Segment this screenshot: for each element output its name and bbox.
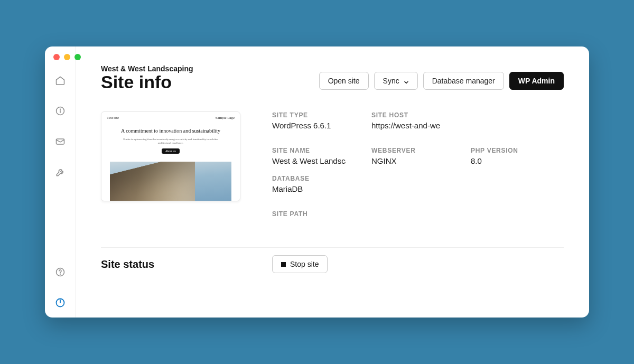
- sidebar: [45, 46, 76, 318]
- stop-icon: [281, 262, 286, 267]
- info-icon[interactable]: [55, 106, 66, 116]
- webserver-label: WEBSERVER: [371, 147, 445, 154]
- app-window: West & West Landscaping Site info Open s…: [45, 46, 589, 318]
- preview-hero-title: A commitment to innovation and sustainab…: [117, 127, 224, 135]
- site-details: SITE TYPE WordPress 6.6.1 SITE HOST http…: [272, 111, 564, 220]
- site-path-label: SITE PATH: [272, 210, 346, 218]
- site-status-heading: Site status: [101, 258, 272, 270]
- database-label: DATABASE: [272, 175, 346, 182]
- svg-point-5: [60, 274, 60, 274]
- php-version-label: PHP VERSION: [471, 147, 545, 154]
- wrench-icon[interactable]: [55, 167, 66, 178]
- database-manager-button[interactable]: Database manager: [423, 72, 504, 90]
- window-zoom-button[interactable]: [74, 54, 81, 60]
- wp-admin-button[interactable]: WP Admin: [509, 72, 564, 90]
- preview-image: [110, 162, 231, 201]
- sync-button[interactable]: Sync: [374, 72, 418, 90]
- site-preview-thumbnail[interactable]: Test site Sample Page A commitment to in…: [101, 111, 240, 201]
- site-type-value: WordPress 6.6.1: [272, 121, 346, 130]
- site-host-value: https://west-and-we: [371, 121, 445, 130]
- stop-site-label: Stop site: [290, 260, 319, 268]
- window-close-button[interactable]: [53, 54, 60, 60]
- home-icon[interactable]: [55, 75, 66, 86]
- preview-hero-sub: Études is a pioneering firm that seamles…: [117, 137, 224, 145]
- site-host-label: SITE HOST: [371, 111, 445, 119]
- header-actions: Open site Sync Database manager WP Admin: [319, 72, 564, 90]
- site-type-label: SITE TYPE: [272, 111, 346, 119]
- site-name-label: SITE NAME: [272, 147, 346, 154]
- open-site-button[interactable]: Open site: [319, 72, 369, 90]
- power-icon[interactable]: [55, 297, 66, 308]
- window-traffic-lights: [53, 54, 81, 60]
- help-icon[interactable]: [55, 267, 66, 277]
- mail-icon[interactable]: [55, 136, 66, 147]
- stop-site-button[interactable]: Stop site: [272, 255, 328, 273]
- sync-button-label: Sync: [383, 77, 399, 85]
- preview-nav-item: Sample Page: [216, 116, 235, 120]
- main-content: West & West Landscaping Site info Open s…: [76, 46, 589, 318]
- database-value: MariaDB: [272, 184, 346, 193]
- preview-cta: About us: [162, 148, 180, 154]
- svg-point-2: [60, 109, 60, 109]
- php-version-value: 8.0: [471, 156, 545, 165]
- webserver-value: NGINX: [371, 156, 445, 165]
- preview-brand: Test site: [107, 116, 119, 120]
- site-name-value: West & West Landsca: [272, 156, 346, 165]
- window-minimize-button[interactable]: [64, 54, 70, 60]
- page-title: Site info: [101, 72, 193, 92]
- chevron-down-icon: [404, 78, 409, 83]
